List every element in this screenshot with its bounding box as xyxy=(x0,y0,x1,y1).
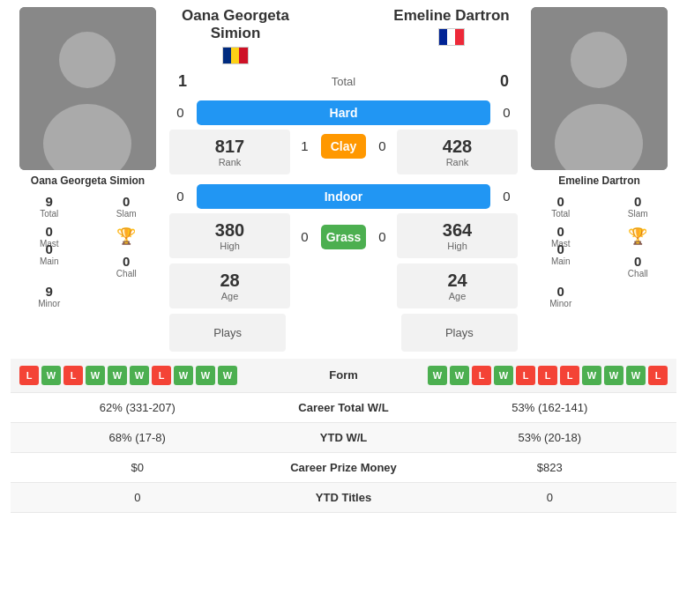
titles-row: 0 YTD Titles 0 xyxy=(11,483,676,513)
p2-form-badges: W W L W L L L W W W L xyxy=(397,366,668,385)
career-label: Career Total W/L xyxy=(256,401,432,414)
p1-form-2: W xyxy=(41,366,61,385)
rank-high-row1: 817 Rank 1 Clay 0 428 xyxy=(169,130,518,177)
player1-stats: 9 Total 0 Slam 0 Mast 🏆 0 Main xyxy=(11,192,165,310)
page-wrapper: Oana Georgeta Simion 9 Total 0 Slam 0 Ma… xyxy=(0,0,687,520)
p2-titles: 0 xyxy=(432,491,668,504)
p2-form-1: W xyxy=(428,366,447,385)
p1-form-10: W xyxy=(218,366,237,385)
p1-header: Oana Georgeta Simion xyxy=(169,7,302,67)
player2-stats: 0 Total 0 Slam 0 Mast 🏆 0 Main xyxy=(522,192,676,310)
ytd-row: 68% (17-8) YTD W/L 53% (20-18) xyxy=(11,423,676,453)
p1-header-name: Oana Georgeta Simion xyxy=(169,7,302,43)
hard-score2: 0 xyxy=(496,105,518,120)
player2-slam: 0 Slam xyxy=(604,192,673,220)
bottom-section: L W L W W W L W W W Form W W L W L L L W xyxy=(11,359,676,513)
p1-high-val: 380 xyxy=(180,220,280,241)
p2-high-box: 364 High xyxy=(397,213,518,258)
p2-form-2: W xyxy=(450,366,469,385)
player2-name: Emeline Dartron xyxy=(558,174,640,187)
p2-age-val: 24 xyxy=(407,271,507,291)
trophy-icon-2: 🏆 xyxy=(604,222,673,250)
titles-label: YTD Titles xyxy=(256,491,432,504)
p2-rank-val: 428 xyxy=(407,137,507,157)
clay-score2: 0 xyxy=(371,138,393,153)
ytd-label: YTD W/L xyxy=(256,431,432,444)
p2-rank-box: 428 Rank xyxy=(397,130,518,174)
p1-career: 62% (331-207) xyxy=(19,401,256,414)
player1-chall: 0 Chall xyxy=(93,252,161,280)
clay-score1: 1 xyxy=(294,138,316,153)
hard-btn[interactable]: Hard xyxy=(197,100,490,125)
trophy-icon-1: 🏆 xyxy=(93,222,161,250)
p2-high-val: 364 xyxy=(407,220,507,241)
p1-form-8: W xyxy=(174,366,193,385)
grass-score2: 0 xyxy=(371,229,393,244)
p1-rank-box: 817 Rank xyxy=(169,130,290,174)
grass-score1: 0 xyxy=(294,229,316,244)
indoor-btn[interactable]: Indoor xyxy=(197,184,490,209)
p2-flag xyxy=(438,28,465,46)
svg-point-4 xyxy=(571,32,627,88)
p2-high-lbl: High xyxy=(407,241,507,251)
player1-photo xyxy=(19,7,156,170)
p2-form-7: L xyxy=(560,366,579,385)
p2-age-lbl: Age xyxy=(407,291,507,301)
surface-clay-row: 1 Clay 0 xyxy=(294,130,393,163)
p1-titles: 0 xyxy=(19,491,256,504)
player2-minor: 0 Minor xyxy=(526,282,595,310)
prize-label: Career Prize Money xyxy=(256,461,432,474)
p2-form-6: L xyxy=(538,366,557,385)
svg-point-1 xyxy=(59,32,116,88)
names-row: Oana Georgeta Simion Emeline Dartron xyxy=(169,7,518,67)
surface-section: 0 Hard 0 817 Rank 1 xyxy=(169,96,518,352)
clay-btn[interactable]: Clay xyxy=(321,134,366,159)
p1-age-box: 28 Age xyxy=(169,263,290,308)
player2-photo xyxy=(531,7,668,170)
surface-indoor-row: 0 Indoor 0 xyxy=(169,180,518,213)
player1-minor: 9 Minor xyxy=(15,282,84,310)
player2-total: 0 Total xyxy=(526,192,595,220)
form-row: L W L W W W L W W W Form W W L W L L L W xyxy=(11,359,676,393)
clay-center: 1 Clay 0 xyxy=(294,130,393,177)
total-score2: 0 xyxy=(491,72,518,91)
surface-grass-row: 0 Grass 0 xyxy=(294,220,393,254)
p1-age-lbl: Age xyxy=(180,291,280,301)
p1-rank-lbl: Rank xyxy=(180,157,280,167)
grass-center: 0 Grass 0 xyxy=(294,213,393,261)
p2-form-9: W xyxy=(604,366,624,385)
top-section: Oana Georgeta Simion 9 Total 0 Slam 0 Ma… xyxy=(11,7,676,352)
p2-age-box: 24 Age xyxy=(397,263,518,308)
p1-form-1: L xyxy=(19,366,39,385)
player2-main: 0 Main xyxy=(526,240,595,280)
prize-row: $0 Career Prize Money $823 xyxy=(11,453,676,483)
age-row: 28 Age 24 Age xyxy=(169,263,518,311)
p2-prize: $823 xyxy=(432,461,668,474)
p1-form-badges: L W L W W W L W W W xyxy=(19,366,291,385)
center-col: Oana Georgeta Simion Emeline Dartron 1 T… xyxy=(165,7,522,352)
high-row: 380 High 0 Grass 0 36 xyxy=(169,213,518,261)
p1-rank-val: 817 xyxy=(180,137,280,157)
p1-form-4: W xyxy=(86,366,105,385)
p2-ytd: 53% (20-18) xyxy=(432,431,668,444)
p1-ytd: 68% (17-8) xyxy=(19,431,256,444)
p2-form-11: L xyxy=(648,366,668,385)
p1-high-lbl: High xyxy=(180,241,280,251)
p1-form-6: W xyxy=(130,366,149,385)
p1-form-5: W xyxy=(108,366,127,385)
player1-col: Oana Georgeta Simion 9 Total 0 Slam 0 Ma… xyxy=(11,7,165,310)
spacer xyxy=(294,263,393,311)
player2-chall: 0 Chall xyxy=(604,252,673,280)
player2-col: Emeline Dartron 0 Total 0 Slam 0 Mast 🏆 xyxy=(522,7,676,310)
total-label: Total xyxy=(196,75,491,88)
p2-form-5: L xyxy=(516,366,535,385)
indoor-score1: 0 xyxy=(169,189,191,204)
p1-flag xyxy=(222,47,249,64)
grass-btn[interactable]: Grass xyxy=(321,225,366,249)
p2-career: 53% (162-141) xyxy=(432,401,668,414)
hard-score1: 0 xyxy=(169,105,191,120)
p2-form-4: W xyxy=(494,366,513,385)
p1-form-3: L xyxy=(63,366,83,385)
p1-age-val: 28 xyxy=(180,271,280,291)
p2-form-3: L xyxy=(472,366,491,385)
